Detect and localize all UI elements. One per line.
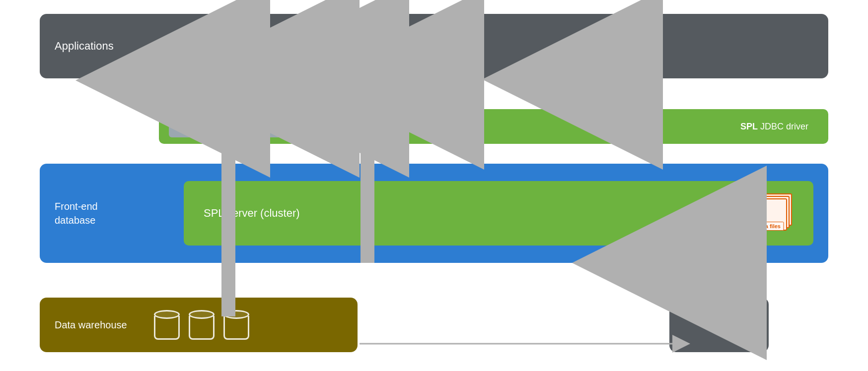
data-files-label: Data files	[753, 222, 784, 231]
jdbc-layer: JDBC compute gateway SPL JDBC driver	[159, 109, 828, 144]
db-cylinder-1	[154, 310, 180, 340]
warehouse-layer: Data warehouse	[40, 298, 358, 352]
frontend-label: Front-enddatabase	[55, 199, 144, 227]
db-cylinder-3	[223, 310, 249, 340]
paper-front: Data files	[750, 198, 787, 231]
etl-label: ETL	[708, 318, 730, 332]
frontend-layer: Front-enddatabase SPL server (cluster) D…	[40, 164, 828, 263]
spl-server-label: SPL server (cluster)	[204, 207, 300, 220]
db-body-2	[189, 316, 215, 340]
jdbc-gateway-label: JDBC compute gateway	[189, 121, 302, 132]
db-cylinder-2	[189, 310, 215, 340]
jdbc-gateway-box: JDBC compute gateway	[169, 116, 322, 137]
jdbc-driver-label: SPL JDBC driver	[740, 122, 818, 132]
jdbc-driver-suffix: JDBC driver	[758, 122, 808, 131]
app-box-charts: charts	[380, 33, 454, 60]
applications-label: Applications	[55, 40, 134, 53]
db-body-3	[223, 316, 249, 340]
spl-server-box: SPL server (cluster) Data files	[184, 181, 813, 246]
diagram-container: Applications OLAP report charts JDBC com…	[0, 0, 868, 371]
app-box-olap: OLAP	[194, 33, 267, 60]
data-files-stack: Data files	[749, 193, 794, 233]
app-box-report: report	[287, 33, 360, 60]
db-icons	[154, 310, 249, 340]
etl-layer: ETL	[669, 298, 769, 352]
db-body-1	[154, 316, 180, 340]
spl-text: SPL	[740, 122, 758, 131]
applications-layer: Applications OLAP report charts	[40, 14, 828, 78]
warehouse-label: Data warehouse	[55, 319, 134, 331]
app-boxes: OLAP report charts	[194, 33, 454, 60]
